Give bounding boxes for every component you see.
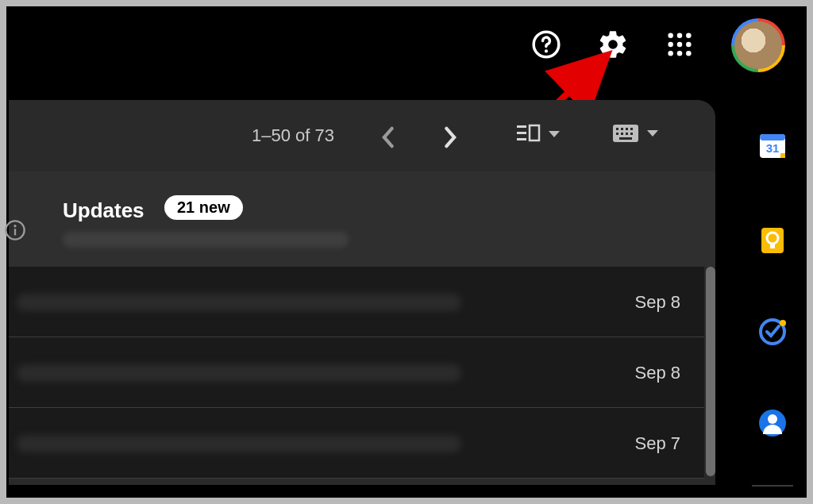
keep-icon — [757, 225, 788, 256]
svg-text:31: 31 — [766, 141, 780, 155]
split-pane-button[interactable] — [517, 124, 560, 144]
svg-rect-34 — [626, 133, 628, 135]
calendar-icon: 31 — [757, 129, 788, 161]
input-tool-button[interactable] — [612, 124, 658, 143]
app-frame: 31 1–50 o — [6, 6, 807, 498]
svg-rect-23 — [517, 125, 526, 128]
updates-tab-label[interactable]: Updates — [63, 198, 144, 223]
message-row[interactable]: Sep 8 — [9, 337, 704, 408]
top-bar — [9, 9, 804, 80]
redacted-subject — [17, 435, 461, 452]
contacts-icon — [757, 407, 788, 439]
svg-rect-25 — [517, 138, 526, 140]
svg-point-10 — [686, 51, 692, 56]
pagination-text: 1–50 of 73 — [252, 125, 334, 146]
message-list: Sep 8 Sep 8 Sep 7 — [9, 267, 704, 479]
tasks-icon — [757, 316, 788, 348]
split-pane-icon — [517, 124, 541, 144]
keyboard-icon — [612, 124, 639, 143]
svg-rect-29 — [621, 128, 623, 130]
svg-point-22 — [768, 414, 777, 424]
svg-rect-28 — [616, 128, 618, 130]
svg-point-4 — [686, 33, 692, 38]
chevron-down-icon — [549, 131, 560, 137]
updates-new-badge: 21 new — [164, 195, 243, 220]
side-panel: 31 — [741, 88, 804, 495]
side-divider — [752, 485, 793, 487]
help-icon — [531, 29, 561, 60]
info-icon[interactable] — [4, 219, 26, 241]
svg-rect-30 — [626, 128, 628, 130]
chevron-right-icon — [444, 126, 458, 148]
settings-button[interactable] — [595, 26, 631, 63]
svg-rect-36 — [619, 137, 632, 140]
svg-rect-35 — [630, 133, 633, 135]
message-row[interactable]: Sep 8 — [9, 267, 704, 337]
svg-rect-13 — [760, 134, 785, 140]
account-avatar[interactable] — [731, 18, 785, 72]
apps-grid-icon — [666, 31, 693, 58]
svg-point-6 — [677, 42, 683, 48]
message-date: Sep 7 — [635, 433, 681, 454]
svg-rect-14 — [780, 153, 785, 158]
apps-button[interactable] — [661, 26, 698, 63]
message-date: Sep 8 — [635, 363, 681, 383]
help-button[interactable] — [528, 26, 564, 63]
svg-point-8 — [668, 51, 673, 56]
svg-point-7 — [686, 42, 692, 48]
svg-rect-31 — [630, 128, 633, 130]
next-page-button[interactable] — [437, 124, 464, 151]
svg-point-2 — [668, 33, 673, 38]
gear-icon — [597, 29, 629, 60]
svg-rect-26 — [530, 125, 539, 140]
contacts-app[interactable] — [755, 406, 790, 441]
list-toolbar: 1–50 of 73 — [9, 100, 715, 171]
message-row[interactable]: Sep 7 — [9, 408, 704, 479]
scrollbar-thumb[interactable] — [706, 267, 715, 476]
chevron-left-icon — [380, 126, 395, 148]
mail-panel: 1–50 of 73 — [9, 100, 715, 485]
keep-app[interactable] — [755, 223, 790, 258]
prev-page-button[interactable] — [374, 124, 401, 151]
tasks-app[interactable] — [755, 314, 790, 349]
redacted-subject — [17, 364, 461, 382]
svg-point-20 — [780, 320, 786, 326]
svg-point-38 — [13, 225, 16, 227]
redacted-sender — [63, 232, 349, 248]
avatar-image — [734, 21, 782, 69]
svg-rect-39 — [14, 229, 16, 235]
redacted-subject — [17, 294, 461, 311]
svg-point-5 — [668, 42, 673, 48]
svg-rect-24 — [517, 132, 526, 134]
calendar-app[interactable]: 31 — [755, 128, 790, 163]
svg-point-9 — [677, 51, 683, 56]
message-date: Sep 8 — [635, 292, 681, 313]
chevron-down-icon — [647, 130, 658, 137]
svg-rect-33 — [621, 133, 623, 135]
svg-rect-18 — [770, 244, 775, 248]
svg-point-3 — [677, 33, 683, 38]
svg-point-1 — [545, 49, 548, 52]
svg-rect-32 — [616, 133, 618, 135]
